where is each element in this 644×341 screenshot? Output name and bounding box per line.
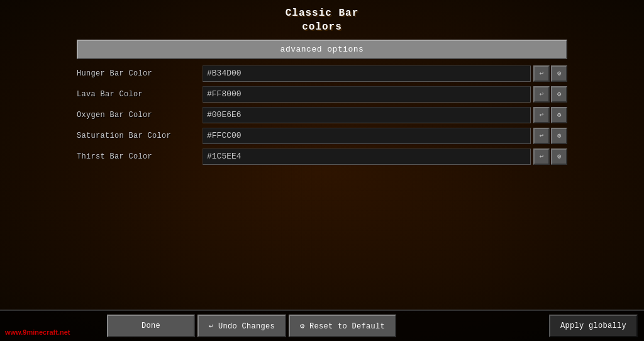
color-input-wrapper-1 xyxy=(203,86,531,103)
title-area: Classic Bar colors xyxy=(286,6,359,35)
screen: Classic Bar colors advanced options Hung… xyxy=(0,0,644,341)
color-row: Saturation Bar Color ↩ ⚙ xyxy=(77,126,567,145)
row-config-btn-1[interactable]: ⚙ xyxy=(551,86,567,103)
color-input-wrapper-3 xyxy=(203,128,531,144)
color-input-4[interactable] xyxy=(203,148,531,165)
color-rows-container: Hunger Bar Color ↩ ⚙ Lava Bar Color ↩ ⚙ … xyxy=(77,64,567,166)
row-undo-btn-0[interactable]: ↩ xyxy=(533,65,550,82)
color-row: Oxygen Bar Color ↩ ⚙ xyxy=(77,106,567,125)
bottom-bar: Done ↩ Undo Changes ⚙ Reset to Default A… xyxy=(0,310,644,341)
undo-icon: ↩ xyxy=(209,322,218,331)
color-row: Lava Bar Color ↩ ⚙ xyxy=(77,85,567,104)
row-undo-btn-2[interactable]: ↩ xyxy=(533,107,550,123)
row-config-btn-3[interactable]: ⚙ xyxy=(551,128,567,144)
color-label-0: Hunger Bar Color xyxy=(77,69,203,78)
color-label-2: Oxygen Bar Color xyxy=(77,111,203,120)
reset-to-default-button[interactable]: ⚙ Reset to Default xyxy=(289,315,396,337)
color-input-2[interactable] xyxy=(203,107,531,123)
row-config-btn-0[interactable]: ⚙ xyxy=(551,65,567,82)
color-input-0[interactable] xyxy=(203,65,531,82)
reset-icon: ⚙ xyxy=(300,322,309,331)
row-buttons-2: ↩ ⚙ xyxy=(533,107,567,123)
title-line1: Classic Bar xyxy=(286,6,359,20)
watermark: www.9minecraft.net xyxy=(5,328,70,336)
color-label-4: Thirst Bar Color xyxy=(77,152,203,161)
row-buttons-3: ↩ ⚙ xyxy=(533,128,567,144)
content-panel: advanced options Hunger Bar Color ↩ ⚙ La… xyxy=(77,40,567,168)
row-buttons-4: ↩ ⚙ xyxy=(533,148,567,165)
row-config-btn-4[interactable]: ⚙ xyxy=(551,148,567,165)
color-row: Thirst Bar Color ↩ ⚙ xyxy=(77,147,567,166)
done-button[interactable]: Done xyxy=(107,315,195,337)
color-input-1[interactable] xyxy=(203,86,531,103)
color-row: Hunger Bar Color ↩ ⚙ xyxy=(77,64,567,83)
color-input-wrapper-2 xyxy=(203,107,531,123)
row-undo-btn-1[interactable]: ↩ xyxy=(533,86,550,103)
undo-changes-button[interactable]: ↩ Undo Changes xyxy=(197,315,286,337)
color-input-wrapper-0 xyxy=(203,65,531,82)
row-buttons-0: ↩ ⚙ xyxy=(533,65,567,82)
color-input-wrapper-4 xyxy=(203,148,531,165)
apply-globally-button[interactable]: Apply globally xyxy=(549,315,638,337)
row-buttons-1: ↩ ⚙ xyxy=(533,86,567,103)
color-label-1: Lava Bar Color xyxy=(77,90,203,99)
row-undo-btn-4[interactable]: ↩ xyxy=(533,148,550,165)
color-label-3: Saturation Bar Color xyxy=(77,131,203,140)
row-undo-btn-3[interactable]: ↩ xyxy=(533,128,550,144)
title-line2: colors xyxy=(286,20,359,34)
row-config-btn-2[interactable]: ⚙ xyxy=(551,107,567,123)
advanced-options-button[interactable]: advanced options xyxy=(77,40,567,59)
color-input-3[interactable] xyxy=(203,128,531,144)
